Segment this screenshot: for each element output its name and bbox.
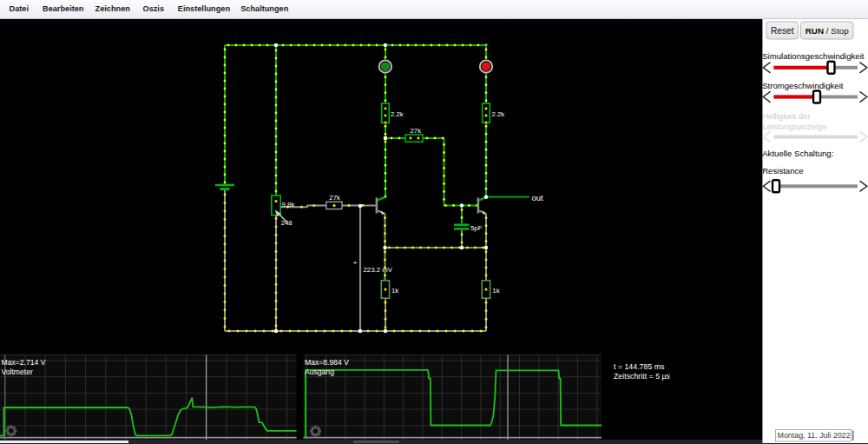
- svg-text:1k: 1k: [391, 287, 398, 295]
- svg-text:Max=2.714 V: Max=2.714 V: [2, 358, 46, 367]
- svg-text:Leistungsanzeige: Leistungsanzeige: [762, 122, 827, 131]
- svg-text:t = 144.785 ms: t = 144.785 ms: [614, 362, 665, 371]
- svg-text:2.2k: 2.2k: [391, 110, 404, 118]
- svg-text:2.2k: 2.2k: [492, 110, 505, 118]
- svg-text:Ausgang: Ausgang: [305, 368, 334, 376]
- svg-text:Voltmeter: Voltmeter: [2, 368, 33, 376]
- svg-text:223.2 mV: 223.2 mV: [364, 266, 393, 274]
- svg-text:Montag, 11. Juli 2022: Montag, 11. Juli 2022: [778, 431, 851, 440]
- svg-text:27k: 27k: [411, 127, 422, 135]
- svg-text:5pF: 5pF: [470, 224, 483, 232]
- svg-text:Stromgeschwindigkeit: Stromgeschwindigkeit: [762, 81, 844, 90]
- svg-text:9.8k: 9.8k: [282, 201, 295, 209]
- svg-text:Simulationsgeschwindigkeit: Simulationsgeschwindigkeit: [762, 51, 865, 61]
- svg-text:Max=8.984 V: Max=8.984 V: [305, 358, 349, 367]
- svg-text:1k: 1k: [492, 287, 499, 295]
- svg-text:RUN / Stop: RUN / Stop: [806, 26, 849, 36]
- svg-text:Zeitschritt = 5 µs: Zeitschritt = 5 µs: [614, 372, 671, 381]
- svg-text:Resistance: Resistance: [762, 166, 803, 176]
- svg-text:248: 248: [281, 219, 293, 227]
- svg-text:Aktuelle Schaltung:: Aktuelle Schaltung:: [762, 149, 833, 158]
- svg-text:Reset: Reset: [771, 26, 794, 36]
- svg-text:out: out: [532, 193, 544, 202]
- svg-text:Helligkeit der: Helligkeit der: [762, 111, 811, 121]
- svg-text:27k: 27k: [329, 194, 340, 202]
- svg-text:+: +: [353, 259, 358, 267]
